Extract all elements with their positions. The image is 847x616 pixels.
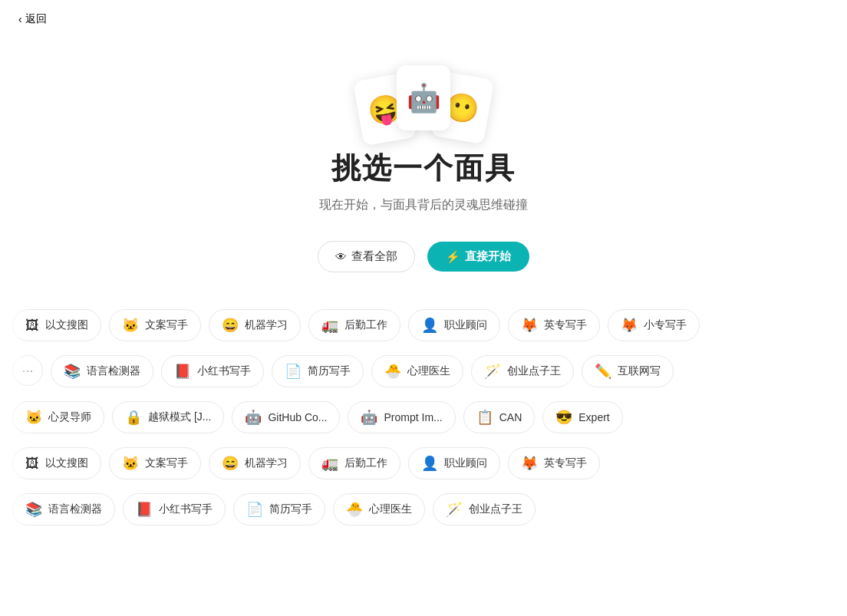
mask-chip-1-7[interactable]: 🦊小专写手	[608, 309, 700, 341]
mask-chip-3-1[interactable]: 🐱心灵导师	[12, 401, 104, 433]
chip-emoji: 📄	[285, 363, 302, 380]
mask-chip-2-5[interactable]: 🪄创业点子王	[471, 355, 574, 387]
mask-chip-1-6[interactable]: 🦊英专写手	[508, 309, 600, 341]
chip-label: 创业点子王	[469, 502, 522, 516]
hero-section: 😝 🤖 😶 挑选一个面具 现在开始，与面具背后的灵魂思维碰撞 👁 查看全部 ⚡ …	[0, 38, 847, 303]
mask-chip-1-4[interactable]: 🚛后勤工作	[308, 309, 400, 341]
chip-emoji: 😄	[222, 455, 239, 472]
chip-emoji: 📕	[136, 501, 153, 518]
chip-emoji: 🐱	[25, 409, 42, 426]
mask-chip-3-4[interactable]: 🤖Prompt Im...	[348, 401, 455, 433]
start-button[interactable]: ⚡ 直接开始	[427, 242, 529, 272]
back-button[interactable]: ‹ 返回	[0, 0, 65, 38]
chip-emoji: 🐱	[122, 455, 139, 472]
mask-chip-4-4[interactable]: 🚛后勤工作	[308, 447, 400, 479]
view-all-button[interactable]: 👁 查看全部	[318, 241, 415, 272]
chip-emoji: 👤	[421, 455, 438, 472]
chip-label: 后勤工作	[344, 456, 387, 470]
mask-chip-4-6[interactable]: 🦊英专写手	[508, 447, 600, 479]
row-wrapper-5: 📚语言检测器📕小红书写手📄简历写手🐣心理医生🪄创业点子王	[0, 487, 847, 532]
scroll-row-1: 🖼以文搜图🐱文案写手😄机器学习🚛后勤工作👤职业顾问🦊英专写手🦊小专写手	[0, 303, 847, 348]
chip-label: 小红书写手	[197, 364, 251, 378]
chip-emoji: 🖼	[25, 456, 39, 472]
row-wrapper-3: 🐱心灵导师🔒越狱模式 [J...🤖GitHub Co...🤖Prompt Im.…	[0, 395, 847, 440]
chip-emoji: 🦊	[521, 455, 538, 472]
back-arrow-icon: ‹	[18, 13, 22, 25]
mask-chip-4-5[interactable]: 👤职业顾问	[408, 447, 500, 479]
chip-label: 心灵导师	[48, 410, 91, 424]
mask-chip-2-1[interactable]: 📚语言检测器	[51, 355, 153, 387]
start-label: 直接开始	[465, 249, 511, 264]
chip-label: 文案写手	[145, 456, 188, 470]
scroll-row-5: 📚语言检测器📕小红书写手📄简历写手🐣心理医生🪄创业点子王	[0, 487, 847, 532]
chip-emoji: 🐣	[346, 501, 363, 518]
chip-emoji: 📄	[246, 501, 263, 518]
mask-chip-2-2[interactable]: 📕小红书写手	[161, 355, 264, 387]
back-label: 返回	[25, 12, 47, 26]
chip-label: 越狱模式 [J...	[148, 410, 211, 424]
chip-emoji: 👤	[421, 317, 438, 334]
mask-chip-5-1[interactable]: 📚语言检测器	[12, 493, 115, 525]
lightning-icon: ⚡	[446, 250, 460, 264]
chip-emoji: 😄	[222, 317, 239, 334]
page-subtitle: 现在开始，与面具背后的灵魂思维碰撞	[319, 197, 528, 213]
mask-card-2[interactable]: 🤖	[397, 65, 450, 130]
chip-label: 文案写手	[145, 318, 188, 332]
scroll-row-4: 🖼以文搜图🐱文案写手😄机器学习🚛后勤工作👤职业顾问🦊英专写手	[0, 441, 847, 486]
mask-chip-5-5[interactable]: 🪄创业点子王	[433, 493, 536, 525]
mask-chip-5-4[interactable]: 🐣心理医生	[333, 493, 425, 525]
chip-emoji: 🪄	[446, 501, 463, 518]
chip-emoji: 🦊	[621, 317, 638, 334]
chip-label: 后勤工作	[344, 318, 387, 332]
mask-chip-2-6[interactable]: ✏️互联网写	[582, 355, 674, 387]
chip-emoji: 🤖	[361, 409, 377, 426]
mask-chip-5-2[interactable]: 📕小红书写手	[123, 493, 226, 525]
chip-label: Prompt Im...	[384, 411, 442, 423]
mask-chip-3-3[interactable]: 🤖GitHub Co...	[232, 401, 340, 433]
chip-label: 英专写手	[544, 318, 587, 332]
chip-label: 语言检测器	[87, 364, 140, 378]
row-wrapper-2: ···📚语言检测器📕小红书写手📄简历写手🐣心理医生🪄创业点子王✏️互联网写	[0, 349, 847, 394]
chip-label: 简历写手	[269, 502, 312, 516]
eye-icon: 👁	[335, 250, 347, 263]
mask-chip-4-3[interactable]: 😄机器学习	[209, 447, 301, 479]
chip-emoji: 📚	[25, 501, 42, 518]
chip-emoji: 📕	[174, 363, 191, 380]
mask-emoji-2: 🤖	[407, 82, 441, 114]
chip-label: 以文搜图	[45, 318, 88, 332]
mask-chip-4-1[interactable]: 🖼以文搜图	[12, 447, 101, 479]
chip-label: 简历写手	[308, 364, 351, 378]
mask-chip-2-4[interactable]: 🐣心理医生	[371, 355, 463, 387]
chip-label: Expert	[578, 411, 609, 423]
mask-chip-1-3[interactable]: 😄机器学习	[209, 309, 301, 341]
mask-chip-1-5[interactable]: 👤职业顾问	[408, 309, 500, 341]
scroll-row-2: ···📚语言检测器📕小红书写手📄简历写手🐣心理医生🪄创业点子王✏️互联网写	[0, 349, 847, 394]
mask-chip-2-3[interactable]: 📄简历写手	[272, 355, 364, 387]
action-buttons: 👁 查看全部 ⚡ 直接开始	[318, 241, 529, 272]
mask-chip-3-5[interactable]: 📋CAN	[463, 401, 536, 433]
ellipsis-chip[interactable]: ···	[12, 355, 43, 386]
chip-emoji: 📚	[64, 363, 81, 380]
mask-rows-container: 🖼以文搜图🐱文案写手😄机器学习🚛后勤工作👤职业顾问🦊英专写手🦊小专写手···📚语…	[0, 303, 847, 532]
chip-label: GitHub Co...	[268, 411, 327, 423]
chip-label: 英专写手	[544, 456, 587, 470]
chip-emoji: 🚛	[321, 455, 338, 472]
chip-label: 创业点子王	[507, 364, 561, 378]
mask-chip-1-2[interactable]: 🐱文案写手	[109, 309, 201, 341]
chip-emoji: ✏️	[595, 363, 611, 380]
chip-label: 语言检测器	[48, 502, 102, 516]
chip-label: CAN	[499, 411, 522, 423]
chip-label: 以文搜图	[45, 456, 88, 470]
mask-chip-3-6[interactable]: 😎Expert	[542, 401, 622, 433]
chip-label: 职业顾问	[444, 318, 487, 332]
mask-chip-5-3[interactable]: 📄简历写手	[233, 493, 325, 525]
chip-label: 心理医生	[369, 502, 412, 516]
chip-label: 互联网写	[618, 364, 661, 378]
chip-emoji: 🖼	[25, 318, 39, 334]
mask-chip-1-1[interactable]: 🖼以文搜图	[12, 309, 101, 341]
chip-emoji: 🔒	[125, 409, 142, 426]
mask-chip-3-2[interactable]: 🔒越狱模式 [J...	[112, 401, 224, 433]
chip-emoji: 🦊	[521, 317, 538, 334]
mask-chip-4-2[interactable]: 🐱文案写手	[109, 447, 201, 479]
chip-emoji: 📋	[476, 409, 493, 426]
